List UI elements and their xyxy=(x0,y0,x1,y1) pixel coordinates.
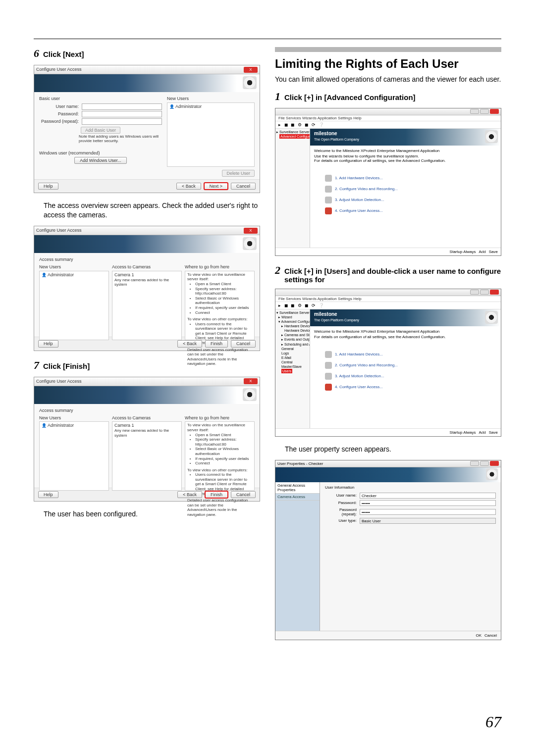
password-input[interactable] xyxy=(82,111,162,117)
toolbar[interactable]: ▸ ◼ ◼ ⚙ ◼ ⟳ ❔ xyxy=(275,121,501,129)
delete-user-button[interactable]: Delete User xyxy=(222,170,255,177)
status-save-button[interactable]: Save xyxy=(489,250,498,254)
tree-node[interactable]: E-Mail xyxy=(281,356,291,359)
back-button[interactable]: < Back xyxy=(177,491,202,499)
password-repeat-value[interactable]: •••••• xyxy=(360,509,496,515)
password-repeat-input[interactable] xyxy=(82,118,162,125)
status-startup: Startup Always xyxy=(450,250,476,254)
hint-bullet: If required, specify user details xyxy=(195,456,252,461)
side-general-access[interactable]: General Access Properties xyxy=(275,482,320,494)
tree-node[interactable]: Hardware Devices xyxy=(284,324,310,328)
add-windows-user-button[interactable]: Add Windows User... xyxy=(74,157,127,164)
back-button[interactable]: < Back xyxy=(177,340,202,348)
tree-node[interactable]: Events and Output xyxy=(284,338,310,341)
col-where-to-go: Where to go from here xyxy=(185,264,255,270)
close-icon[interactable]: X xyxy=(244,67,258,73)
tree-node[interactable]: Hardware Device 1 xyxy=(284,329,310,332)
tree-node[interactable]: Logs xyxy=(281,352,289,355)
password-value[interactable]: •••••• xyxy=(360,500,496,506)
any-new-cameras: Any new cameras added to the system xyxy=(114,278,179,287)
tree-root[interactable]: Surveillance Server xyxy=(279,311,310,314)
hint2: To view video on other computers: xyxy=(187,468,252,473)
brand-label: milestone xyxy=(314,311,337,317)
minimize-icon[interactable] xyxy=(470,461,479,466)
wizard-item-4[interactable]: 4. Configure User Access... xyxy=(325,207,486,214)
username-value[interactable]: Checker xyxy=(360,493,496,499)
tree-node[interactable]: Master/Slave xyxy=(281,365,302,368)
hint-bullet: If required, specify user details xyxy=(195,305,252,310)
page-number: 67 xyxy=(485,713,501,731)
hint-bullet: Connect xyxy=(195,310,252,315)
next-button[interactable]: Next > xyxy=(204,183,228,190)
any-new-cameras: Any new cameras added to the system xyxy=(114,428,179,438)
maximize-icon[interactable] xyxy=(480,290,489,295)
menu-bar[interactable]: File Services Wizards Application Settin… xyxy=(275,296,501,302)
toolbar[interactable]: ▸ ◼ ◼ ⚙ ◼ ⟳ ❔ xyxy=(275,302,501,309)
wizard-item-1[interactable]: 1. Add Hardware Devices... xyxy=(325,351,486,358)
cancel-button[interactable]: Cancel xyxy=(231,183,256,190)
user-information-group: User Information xyxy=(325,485,496,490)
wizard-item-3[interactable]: 3. Adjust Motion Detection... xyxy=(325,197,486,203)
section-intro: You can limit allowed operations of came… xyxy=(275,75,501,84)
username-input[interactable] xyxy=(82,103,162,110)
tree-root[interactable]: Surveillance Server xyxy=(279,130,310,134)
admin-list-item[interactable]: Administrator xyxy=(169,104,252,109)
wizard-item-2[interactable]: 2. Configure Video and Recording... xyxy=(325,186,486,193)
help-button[interactable]: Help xyxy=(38,183,58,190)
ok-button[interactable]: OK xyxy=(476,633,482,638)
close-icon[interactable]: X xyxy=(244,228,258,234)
status-add-button[interactable]: Add xyxy=(479,250,486,254)
wizard-item-2[interactable]: 2. Configure Video and Recording... xyxy=(325,362,486,369)
close-icon[interactable] xyxy=(490,109,499,114)
maximize-icon[interactable] xyxy=(480,109,489,114)
status-save-button[interactable]: Save xyxy=(489,430,498,435)
step-2-text: Click [+] in [Users] and double-click a … xyxy=(284,267,501,284)
close-icon[interactable]: X xyxy=(244,378,258,384)
help-button[interactable]: Help xyxy=(38,491,58,499)
welcome-sub2: For details on configuration of all sett… xyxy=(314,335,497,339)
tree-node[interactable]: Advanced Configuration xyxy=(281,320,310,323)
finish-button[interactable]: Finish xyxy=(205,340,228,348)
cancel-button[interactable]: Cancel xyxy=(231,340,256,348)
add-basic-user-button[interactable]: Add Basic User xyxy=(81,127,120,134)
status-add-button[interactable]: Add xyxy=(479,430,486,435)
maximize-icon[interactable] xyxy=(480,461,489,466)
wizard-item-4[interactable]: 4. Configure User Access... xyxy=(325,384,486,391)
hint-bullet: Select Basic or Windows authentication xyxy=(195,296,252,305)
admin-item: Administrator xyxy=(42,272,107,278)
tree-node[interactable]: Central xyxy=(281,360,293,364)
cancel-button[interactable]: Cancel xyxy=(484,633,497,638)
welcome-text: Welcome to the Milestone XProtect Enterp… xyxy=(314,149,497,153)
hint-bullet: Open a Smart Client xyxy=(195,282,252,287)
wizard-item-3[interactable]: 3. Adjust Motion Detection... xyxy=(325,373,486,380)
side-camera-access[interactable]: Camera Access xyxy=(275,494,320,501)
tree-node[interactable]: Wizard xyxy=(281,315,292,319)
cancel-button[interactable]: Cancel xyxy=(231,491,256,499)
finish-button[interactable]: Finish xyxy=(205,491,228,499)
tree-node[interactable]: General xyxy=(281,347,294,351)
nav-tree[interactable]: ▸ Surveillance Server Advanced Configura… xyxy=(275,129,310,248)
tree-advanced-config[interactable]: Advanced Configuration xyxy=(279,134,310,139)
minimize-icon[interactable] xyxy=(470,109,479,114)
status-startup: Startup Always xyxy=(450,430,476,435)
hint3: Detailed user access configuration can b… xyxy=(187,348,252,366)
nav-tree[interactable]: ▾ Surveillance Server ▸ Wizard ▾ Advance… xyxy=(275,309,310,428)
hint2: To view video on other computers: xyxy=(187,317,252,322)
camera-item: Camera 1 xyxy=(114,423,179,428)
tree-node[interactable]: Cameras and Storage xyxy=(284,333,310,337)
help-button[interactable]: Help xyxy=(38,340,58,348)
dialog-title: Configure User Access xyxy=(36,379,82,384)
close-icon[interactable] xyxy=(490,461,499,466)
step-1-text: Click [+] in [Advanced Configuration] xyxy=(284,93,416,101)
back-button[interactable]: < Back xyxy=(176,183,201,190)
welcome-sub2: For details on configuration of all sett… xyxy=(314,158,497,163)
col-new-users: New Users xyxy=(39,264,109,270)
tree-users-node[interactable]: Users xyxy=(281,369,292,373)
close-icon[interactable] xyxy=(490,290,499,295)
dialog-title: User Properties - Checker xyxy=(277,461,323,466)
menu-bar[interactable]: File Services Wizards Application Settin… xyxy=(275,115,501,121)
minimize-icon[interactable] xyxy=(470,290,479,295)
wizard-item-1[interactable]: 1. Add Hardware Devices... xyxy=(325,175,486,182)
users-icon xyxy=(325,207,332,214)
tree-node[interactable]: Scheduling and Archiv xyxy=(284,343,310,346)
